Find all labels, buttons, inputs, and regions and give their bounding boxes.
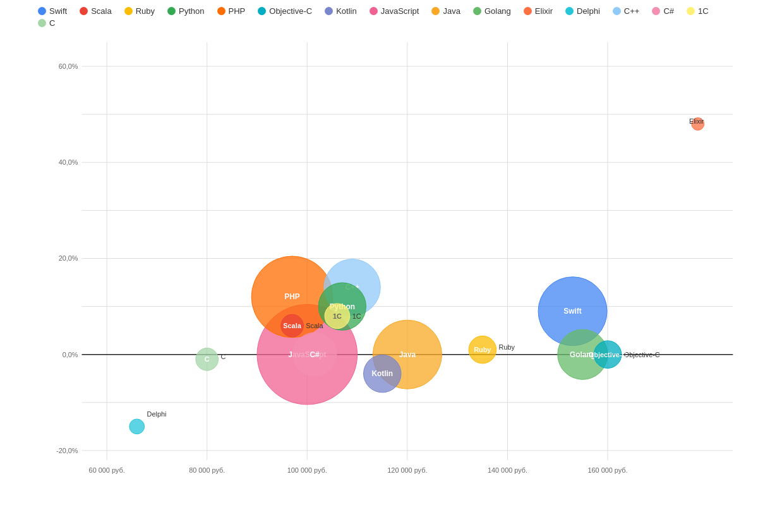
svg-text:C: C	[205, 355, 210, 363]
svg-text:Java: Java	[399, 350, 416, 359]
legend-dot-swift	[38, 7, 46, 15]
svg-text:0,0%: 0,0%	[63, 351, 78, 358]
legend-label-swift: Swift	[49, 6, 67, 16]
svg-text:100 000 руб.: 100 000 руб.	[287, 466, 327, 474]
svg-text:Scala: Scala	[306, 322, 323, 329]
svg-text:Elixir: Elixir	[689, 117, 704, 125]
legend-item-python: Python	[167, 6, 204, 16]
svg-text:20,0%: 20,0%	[59, 254, 78, 262]
legend-item-objective-c: Objective-C	[258, 6, 312, 16]
legend-dot-java	[431, 7, 440, 15]
svg-text:160 000 руб.: 160 000 руб.	[587, 466, 627, 474]
svg-text:C#: C#	[310, 350, 320, 359]
legend-dot-c	[38, 19, 46, 27]
legend-item-c: C	[38, 18, 55, 28]
svg-text:1C: 1C	[352, 312, 361, 320]
svg-text:Swift: Swift	[563, 307, 581, 316]
legend-dot-delphi	[565, 7, 574, 15]
svg-text:PHP: PHP	[284, 292, 299, 301]
svg-text:60 000 руб.: 60 000 руб.	[89, 466, 125, 474]
legend-dot-golang	[473, 7, 481, 15]
legend-item-kotlin: Kotlin	[325, 6, 357, 16]
legend-dot-elixir	[524, 7, 532, 15]
legend-dot-1c	[687, 7, 695, 15]
svg-text:C: C	[221, 353, 226, 360]
legend-label-c#: C#	[663, 6, 674, 16]
legend-item-php: PHP	[217, 6, 246, 16]
plot-area: 60 000 руб.80 000 руб.100 000 руб.120 00…	[47, 31, 758, 516]
legend-label-kotlin: Kotlin	[336, 6, 357, 16]
svg-text:1C: 1C	[333, 312, 342, 320]
svg-point-50	[129, 419, 145, 434]
legend-dot-kotlin	[325, 7, 333, 15]
legend-label-scala: Scala	[91, 6, 112, 16]
legend-label-golang: Golang	[484, 6, 511, 16]
svg-text:40,0%: 40,0%	[59, 158, 78, 166]
legend-label-python: Python	[179, 6, 204, 16]
svg-text:Ruby: Ruby	[474, 346, 491, 353]
legend-label-java: Java	[443, 6, 460, 16]
legend-label-php: PHP	[229, 6, 246, 16]
legend-label-ruby: Ruby	[136, 6, 155, 16]
svg-text:60,0%: 60,0%	[59, 62, 78, 70]
svg-text:140 000 руб.: 140 000 руб.	[488, 466, 527, 474]
legend-dot-ruby	[124, 7, 133, 15]
legend-item-java: Java	[431, 6, 460, 16]
legend-dot-scala	[80, 7, 88, 15]
legend-item-ruby: Ruby	[124, 6, 155, 16]
legend-item-elixir: Elixir	[524, 6, 553, 16]
svg-text:Kotlin: Kotlin	[371, 369, 393, 378]
legend-dot-php	[217, 7, 226, 15]
scatter-plot: 60 000 руб.80 000 руб.100 000 руб.120 00…	[47, 31, 752, 484]
legend-item-golang: Golang	[473, 6, 511, 16]
legend-item-swift: Swift	[38, 6, 67, 16]
svg-text:Objective-C: Objective-C	[624, 351, 660, 358]
legend-dot-c#	[652, 7, 660, 15]
legend-dot-objective-c	[258, 7, 266, 15]
legend-label-1c: 1C	[698, 6, 709, 16]
legend-item-1c: 1C	[687, 6, 709, 16]
legend-label-objective-c: Objective-C	[269, 6, 312, 16]
chart-container: Swift Scala Ruby Python PHP Objective-C …	[0, 0, 758, 532]
legend-item-delphi: Delphi	[565, 6, 600, 16]
legend-item-javascript: JavaScript	[370, 6, 419, 16]
legend-dot-python	[167, 7, 176, 15]
legend: Swift Scala Ruby Python PHP Objective-C …	[0, 0, 758, 31]
legend-item-c#: C#	[652, 6, 674, 16]
legend-label-c: C	[49, 18, 55, 28]
svg-text:120 000 руб.: 120 000 руб.	[387, 466, 427, 474]
legend-label-c++: C++	[624, 6, 640, 16]
svg-text:Ruby: Ruby	[499, 343, 515, 351]
legend-item-scala: Scala	[80, 6, 112, 16]
svg-text:Scala: Scala	[283, 322, 301, 329]
svg-text:-20,0%: -20,0%	[56, 447, 78, 454]
legend-item-c++: C++	[613, 6, 640, 16]
svg-text:Objective-C: Objective-C	[589, 351, 627, 358]
legend-label-delphi: Delphi	[577, 6, 600, 16]
legend-dot-javascript	[370, 7, 378, 15]
legend-label-elixir: Elixir	[535, 6, 553, 16]
svg-text:80 000 руб.: 80 000 руб.	[189, 466, 225, 474]
svg-text:Delphi: Delphi	[147, 410, 167, 418]
legend-label-javascript: JavaScript	[381, 6, 419, 16]
legend-dot-c++	[613, 7, 621, 15]
